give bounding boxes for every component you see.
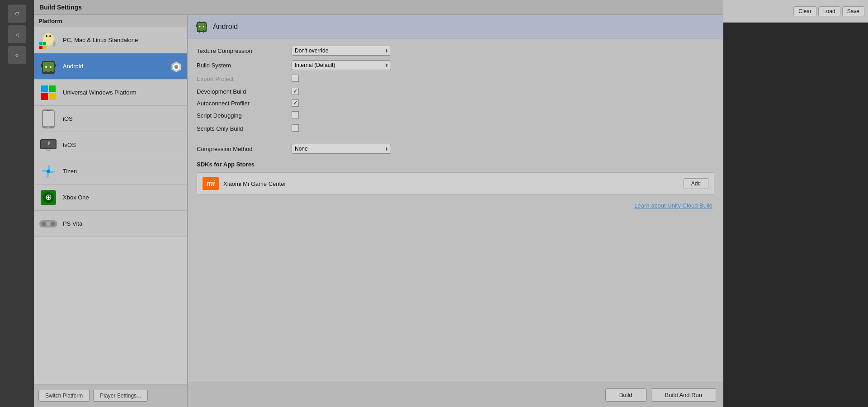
svg-point-3 bbox=[49, 35, 51, 37]
compression-method-select-wrapper: None LZ4 LZ4HC bbox=[292, 144, 391, 154]
svg-point-37 bbox=[51, 222, 55, 226]
scripts-only-build-checkbox[interactable] bbox=[292, 124, 299, 132]
build-and-run-button[interactable]: Build And Run bbox=[651, 388, 716, 402]
sdks-section-divider: SDKs for App Stores bbox=[197, 161, 714, 168]
xiaomi-icon: mi bbox=[203, 177, 219, 190]
compression-method-select[interactable]: None LZ4 LZ4HC bbox=[292, 144, 391, 154]
svg-rect-4 bbox=[39, 42, 42, 45]
svg-rect-22 bbox=[49, 85, 56, 92]
svg-rect-5 bbox=[43, 42, 46, 45]
player-settings-button[interactable]: Player Settings... bbox=[93, 390, 148, 402]
right-top-toolbar: Clear Load Save bbox=[723, 0, 868, 23]
svg-point-10 bbox=[45, 66, 47, 68]
platform-item-ios[interactable]: iOS bbox=[34, 106, 187, 132]
scripts-only-build-label: Scripts Only Build bbox=[197, 125, 292, 132]
platform-list-title: Platform bbox=[34, 15, 187, 27]
pc-mac-linux-icon bbox=[38, 30, 58, 50]
svg-rect-14 bbox=[41, 64, 42, 67]
svg-rect-7 bbox=[43, 46, 46, 49]
export-project-row: Export Project bbox=[197, 75, 714, 83]
platform-item-pc-mac-linux[interactable]: PC, Mac & Linux Standalone bbox=[34, 27, 187, 53]
development-build-row: Development Build bbox=[197, 88, 714, 95]
platform-scroll[interactable]: PC, Mac & Linux Standalone bbox=[34, 27, 187, 384]
script-debugging-checkbox[interactable] bbox=[292, 111, 299, 118]
script-debugging-control bbox=[292, 111, 714, 120]
svg-rect-46 bbox=[206, 24, 207, 27]
add-sdk-button[interactable]: Add bbox=[684, 178, 708, 189]
svg-point-31 bbox=[47, 170, 50, 173]
platform-name-tvos: tvOS bbox=[63, 142, 76, 148]
svg-rect-23 bbox=[41, 93, 48, 100]
svg-rect-28 bbox=[47, 110, 50, 111]
xiaomi-sdk-name: Xiaomi Mi Game Center bbox=[223, 180, 679, 187]
platform-item-ps-vita[interactable]: PS Vita bbox=[34, 211, 187, 237]
build-system-control: Internal (Default) Gradle ADT (deprecate… bbox=[292, 60, 714, 70]
build-system-label: Build System bbox=[197, 62, 292, 69]
android-header-icon bbox=[195, 19, 208, 35]
sidebar-clock-icon: ⏱ bbox=[8, 5, 26, 23]
settings-panel: Android Texture Compression Don't overri… bbox=[188, 15, 723, 407]
ps-vita-icon bbox=[38, 214, 58, 234]
svg-rect-13 bbox=[50, 71, 52, 74]
switch-platform-button[interactable]: Switch Platform bbox=[38, 390, 90, 402]
uwp-icon bbox=[38, 83, 58, 103]
svg-rect-6 bbox=[39, 46, 42, 49]
xiaomi-sdk-box: mi Xiaomi Mi Game Center Add bbox=[197, 172, 714, 195]
script-debugging-row: Script Debugging bbox=[197, 111, 714, 120]
svg-rect-26 bbox=[43, 111, 54, 126]
svg-point-42 bbox=[203, 26, 204, 27]
texture-compression-select[interactable]: Don't override ETC ETC2 ASTC bbox=[292, 46, 391, 56]
svg-line-16 bbox=[45, 59, 46, 61]
right-panel: Clear Load Save bbox=[723, 0, 868, 407]
right-dark-area bbox=[723, 23, 868, 407]
platform-buttons: Switch Platform Player Settings... bbox=[34, 384, 187, 407]
platform-item-xbox-one[interactable]: ⊕ Xbox One bbox=[34, 185, 187, 211]
platform-item-tizen[interactable]: Tizen bbox=[34, 158, 187, 185]
sdks-section-title: SDKs for App Stores bbox=[197, 161, 714, 168]
platform-name-xbox-one: Xbox One bbox=[63, 194, 89, 201]
platform-item-uwp[interactable]: Universal Windows Platform bbox=[34, 80, 187, 106]
build-button[interactable]: Build bbox=[605, 388, 646, 402]
xbox-icon: ⊕ bbox=[38, 188, 58, 208]
settings-body: Texture Compression Don't override ETC E… bbox=[188, 38, 723, 383]
svg-point-11 bbox=[50, 66, 52, 68]
svg-rect-24 bbox=[49, 93, 56, 100]
platform-name-android: Android bbox=[63, 63, 83, 70]
svg-point-2 bbox=[46, 35, 47, 37]
platform-item-tvos[interactable]: tvOS bbox=[34, 132, 187, 158]
build-system-select[interactable]: Internal (Default) Gradle ADT (deprecate… bbox=[292, 60, 391, 70]
svg-rect-44 bbox=[203, 30, 204, 33]
svg-line-48 bbox=[203, 21, 204, 22]
build-system-select-wrapper: Internal (Default) Gradle ADT (deprecate… bbox=[292, 60, 391, 70]
platform-name-pc-mac-linux: PC, Mac & Linux Standalone bbox=[63, 37, 138, 43]
left-sidebar: ⏱ ◁ ⚙ bbox=[0, 0, 34, 407]
compression-method-row: Compression Method None LZ4 LZ4HC bbox=[197, 144, 714, 154]
settings-platform-title: Android bbox=[213, 23, 238, 31]
svg-rect-45 bbox=[196, 24, 197, 27]
cloud-build-link[interactable]: Learn about Unity Cloud Build bbox=[197, 202, 712, 209]
svg-point-41 bbox=[199, 26, 201, 27]
autoconnect-profiler-checkbox[interactable] bbox=[292, 99, 299, 107]
platform-list-container: Platform bbox=[34, 15, 188, 407]
clear-button[interactable]: Clear bbox=[793, 6, 816, 16]
svg-rect-21 bbox=[41, 85, 48, 92]
svg-rect-38 bbox=[47, 222, 50, 226]
sidebar-nav-icon[interactable]: ◁ bbox=[8, 25, 26, 43]
svg-rect-43 bbox=[199, 30, 200, 33]
platform-item-android[interactable]: Android bbox=[34, 53, 187, 80]
development-build-checkbox[interactable] bbox=[292, 88, 299, 95]
settings-header: Android bbox=[188, 15, 723, 38]
platform-name-ios: iOS bbox=[63, 115, 73, 122]
save-button[interactable]: Save bbox=[842, 6, 864, 16]
load-button[interactable]: Load bbox=[818, 6, 840, 16]
svg-text:⊕: ⊕ bbox=[45, 193, 52, 202]
svg-line-47 bbox=[199, 21, 200, 22]
build-system-row: Build System Internal (Default) Gradle A… bbox=[197, 60, 714, 70]
android-icon bbox=[38, 57, 58, 76]
export-project-checkbox[interactable] bbox=[292, 75, 299, 82]
svg-rect-40 bbox=[198, 23, 206, 31]
svg-rect-9 bbox=[43, 62, 54, 72]
sidebar-settings-icon[interactable]: ⚙ bbox=[8, 46, 26, 64]
autoconnect-profiler-row: Autoconnect Profiler bbox=[197, 99, 714, 107]
ios-icon bbox=[38, 109, 58, 129]
